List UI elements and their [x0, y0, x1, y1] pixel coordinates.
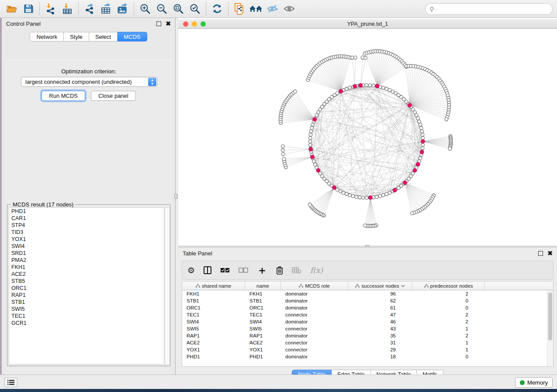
result-node[interactable]: SWI5: [9, 306, 164, 313]
zoom-out-icon[interactable]: [153, 1, 170, 16]
graph-node[interactable]: [342, 191, 345, 195]
column-header-name[interactable]: name: [245, 282, 281, 290]
network-titlebar[interactable]: YPA_prune.txt_1: [178, 19, 557, 29]
search-box[interactable]: ⚲: [425, 3, 553, 15]
float-window-icon[interactable]: [156, 21, 161, 26]
graph-node[interactable]: [314, 163, 317, 166]
table-row[interactable]: SWI4SWI4dominator462: [182, 318, 553, 325]
graph-hub-node[interactable]: [332, 186, 336, 189]
run-mcds-button[interactable]: Run MCDS: [42, 91, 85, 101]
graph-hub-node[interactable]: [421, 140, 425, 144]
graph-node[interactable]: [365, 83, 368, 87]
graph-node[interactable]: [385, 193, 388, 196]
graph-hub-node[interactable]: [416, 162, 420, 166]
export-table-icon[interactable]: [98, 1, 114, 16]
graph-leaf-node[interactable]: [448, 147, 452, 151]
graph-node[interactable]: [358, 196, 362, 199]
delete-row-icon[interactable]: [276, 266, 283, 275]
graph-node[interactable]: [309, 133, 312, 137]
graph-hub-node[interactable]: [369, 196, 373, 199]
graph-node[interactable]: [420, 130, 424, 133]
graph-node[interactable]: [419, 126, 423, 130]
graph-node[interactable]: [345, 193, 348, 196]
search-input[interactable]: [434, 6, 552, 12]
column-header-predecessor-nodes[interactable]: predecessor nodes: [412, 282, 485, 290]
result-node[interactable]: GCR1: [9, 320, 164, 327]
duplicate-network-icon[interactable]: [231, 1, 248, 16]
zoom-selected-icon[interactable]: [187, 1, 203, 16]
zoom-fit-icon[interactable]: [170, 1, 187, 16]
tab-select[interactable]: Select: [89, 32, 118, 41]
graph-node[interactable]: [312, 160, 316, 163]
open-folder-icon[interactable]: [3, 1, 20, 16]
network-graph-canvas[interactable]: [178, 29, 557, 247]
close-panel-button[interactable]: Close panel: [91, 91, 136, 101]
graph-node[interactable]: [355, 195, 358, 199]
graph-hub-node[interactable]: [393, 188, 397, 192]
close-table-icon[interactable]: ✖: [547, 250, 553, 257]
table-row[interactable]: YOX1YOX1connector291: [182, 346, 553, 353]
deselect-all-icon[interactable]: [239, 268, 248, 273]
result-node[interactable]: ORC1: [9, 285, 164, 292]
result-node[interactable]: YOX1: [9, 236, 164, 243]
export-image-icon[interactable]: [114, 1, 131, 16]
result-node[interactable]: STB1: [9, 299, 164, 306]
select-all-icon[interactable]: [220, 268, 230, 273]
tab-mcds[interactable]: MCDS: [118, 32, 147, 41]
graph-hub-node[interactable]: [413, 168, 417, 172]
result-node[interactable]: TEC1: [9, 313, 164, 320]
import-table-icon[interactable]: [59, 1, 76, 16]
result-node[interactable]: CAR1: [9, 215, 164, 222]
graph-hub-node[interactable]: [375, 84, 379, 88]
graph-node[interactable]: [351, 194, 355, 198]
task-history-button[interactable]: [4, 378, 17, 387]
table-row[interactable]: PHD1PHD1dominator180: [182, 353, 553, 360]
graph-node[interactable]: [309, 130, 313, 133]
graph-hub-node[interactable]: [408, 103, 412, 107]
graph-node[interactable]: [421, 143, 425, 147]
graph-leaf-node[interactable]: [282, 157, 286, 161]
graph-node[interactable]: [361, 196, 365, 199]
result-scrollbar[interactable]: [165, 207, 170, 364]
tab-network[interactable]: Network: [30, 32, 64, 41]
result-node[interactable]: PMA2: [9, 257, 164, 264]
graph-leaf-node[interactable]: [445, 118, 448, 121]
result-node[interactable]: FKH1: [9, 264, 164, 271]
import-network-icon[interactable]: [42, 1, 59, 16]
table-row[interactable]: ORC1ORC1dominator610: [182, 304, 553, 311]
add-row-icon[interactable]: ＋: [257, 266, 267, 275]
graph-node[interactable]: [372, 84, 375, 87]
table-row[interactable]: STB1STB1dominator620: [182, 297, 553, 304]
graph-node[interactable]: [421, 147, 424, 150]
float-table-icon[interactable]: [538, 251, 543, 256]
graph-node[interactable]: [418, 120, 421, 123]
graph-node[interactable]: [421, 136, 425, 140]
result-node[interactable]: STP4: [9, 222, 164, 229]
graph-hub-node[interactable]: [313, 117, 317, 121]
save-icon[interactable]: [20, 1, 37, 16]
result-node[interactable]: SRD1: [9, 250, 164, 257]
graph-hub-node[interactable]: [353, 85, 357, 89]
close-panel-icon[interactable]: ✖: [166, 20, 171, 27]
table-scrollbar[interactable]: [547, 290, 553, 366]
result-node[interactable]: SWI4: [9, 243, 164, 250]
graph-node[interactable]: [368, 83, 372, 87]
memory-button[interactable]: Memory: [515, 377, 553, 388]
graph-node[interactable]: [385, 87, 388, 91]
graph-leaf-node[interactable]: [410, 212, 414, 215]
graph-hub-node[interactable]: [359, 83, 363, 87]
table-row[interactable]: TEC1TEC1connector472: [182, 311, 553, 318]
table-row[interactable]: RAP1RAP1dominator352: [182, 332, 553, 339]
graph-node[interactable]: [345, 87, 348, 91]
refresh-icon[interactable]: [209, 1, 225, 16]
graph-node[interactable]: [378, 194, 382, 198]
graph-node[interactable]: [419, 123, 422, 127]
graph-node[interactable]: [388, 89, 391, 92]
column-header-shared-name[interactable]: shared name: [182, 282, 245, 290]
graph-leaf-node[interactable]: [364, 56, 367, 60]
table-row[interactable]: ACE2ACE2connector311: [182, 339, 553, 346]
graph-leaf-node[interactable]: [281, 144, 285, 148]
result-node[interactable]: ACE2: [9, 271, 164, 278]
table-scrollbar-thumb[interactable]: [548, 292, 552, 340]
graph-leaf-node[interactable]: [363, 224, 367, 227]
